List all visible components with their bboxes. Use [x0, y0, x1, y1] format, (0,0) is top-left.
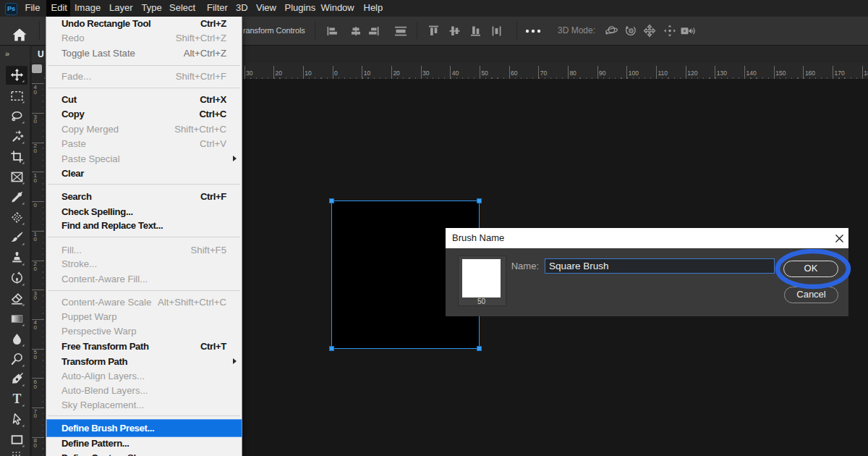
- svg-text:T: T: [13, 392, 22, 406]
